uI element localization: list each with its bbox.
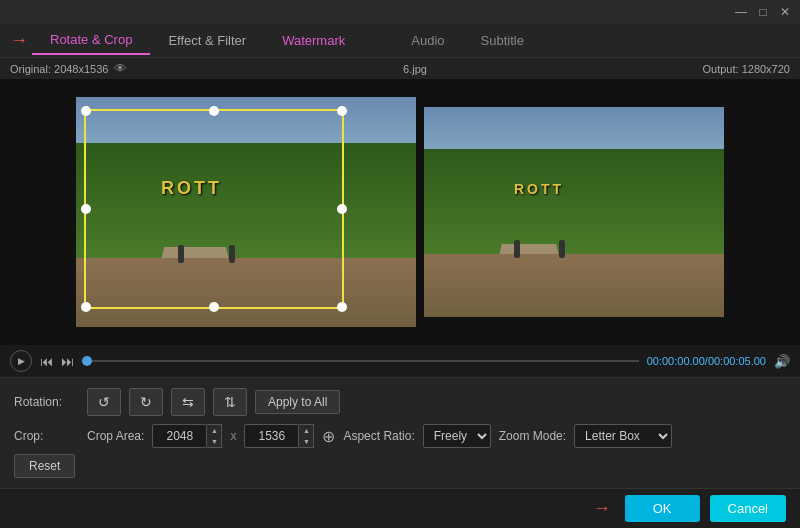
aspect-ratio-select[interactable]: Freely 16:9 4:3 1:1 [423,424,491,448]
info-bar: Original: 2048x1536 👁 6.jpg Output: 1280… [0,58,800,79]
flip-vertical-button[interactable]: ⇅ [213,388,247,416]
progress-dot[interactable] [82,356,92,366]
right-preview: ROTT [424,107,724,317]
zoom-mode-label: Zoom Mode: [499,429,566,443]
width-decrement-button[interactable]: ▼ [207,436,221,447]
ok-arrow-indicator: → [593,498,611,519]
crop-crosshair-icon: ⊕ [322,427,335,446]
tab-arrow-indicator: → [10,30,28,51]
preview-area: Original: 2048x1536 👁 6.jpg Output: 1280… [0,58,800,377]
reset-button[interactable]: Reset [14,454,75,478]
zoom-mode-select[interactable]: Letter Box Pan & Scan Full [574,424,672,448]
rotate-ccw-button[interactable]: ↺ [87,388,121,416]
title-bar: — □ ✕ [0,0,800,24]
tab-audio[interactable]: Audio [393,27,462,54]
flip-horizontal-button[interactable]: ⇆ [171,388,205,416]
filename-label: 6.jpg [403,63,427,75]
height-input-group: ▲ ▼ [244,424,314,448]
volume-icon[interactable]: 🔊 [774,354,790,369]
aspect-ratio-label: Aspect Ratio: [343,429,414,443]
rotation-row: Rotation: ↺ ↻ ⇆ ⇅ Apply to All [14,388,786,416]
width-spin-buttons: ▲ ▼ [207,424,222,448]
time-display: 00:00:00.00/00:00:05.00 [647,355,766,367]
left-preview: ROTT [76,97,416,327]
source-video-frame: ROTT [76,97,416,327]
tab-rotate-crop[interactable]: Rotate & Crop [32,26,150,55]
controls-panel: Rotation: ↺ ↻ ⇆ ⇅ Apply to All Crop: Cro… [0,377,800,488]
original-size-label: Original: 2048x1536 [10,63,108,75]
bottom-bar: → OK Cancel [0,488,800,528]
crop-label: Crop: [14,429,79,443]
crop-height-input[interactable] [244,424,299,448]
output-video-frame: ROTT [424,107,724,317]
tab-bar: → Rotate & Crop Effect & Filter Watermar… [0,24,800,58]
dimension-separator: x [230,429,236,443]
maximize-button[interactable]: □ [756,5,770,19]
height-spin-buttons: ▲ ▼ [299,424,314,448]
crop-area-label: Crop Area: [87,429,144,443]
playback-bar: ▶ ⏮ ⏭ 00:00:00.00/00:00:05.00 🔊 [0,345,800,377]
width-increment-button[interactable]: ▲ [207,425,221,436]
rotate-cw-button[interactable]: ↻ [129,388,163,416]
prev-frame-icon[interactable]: ⏮ [40,354,53,369]
crop-row: Crop: Crop Area: ▲ ▼ x ▲ ▼ ⊕ Aspect Rati… [14,424,786,448]
main-content: Original: 2048x1536 👁 6.jpg Output: 1280… [0,58,800,528]
video-row: ROTT [0,79,800,345]
minimize-button[interactable]: — [734,5,748,19]
output-size-label: Output: 1280x720 [703,63,790,75]
progress-bar[interactable] [82,360,639,362]
crop-width-input[interactable] [152,424,207,448]
tab-watermark[interactable]: Watermark [264,27,363,54]
ok-button[interactable]: OK [625,495,700,522]
rotation-label: Rotation: [14,395,79,409]
width-input-group: ▲ ▼ [152,424,222,448]
tab-subtitle[interactable]: Subtitle [463,27,542,54]
eye-icon[interactable]: 👁 [114,61,127,76]
close-button[interactable]: ✕ [778,5,792,19]
play-button[interactable]: ▶ [10,350,32,372]
next-frame-icon[interactable]: ⏭ [61,354,74,369]
cancel-button[interactable]: Cancel [710,495,786,522]
height-increment-button[interactable]: ▲ [299,425,313,436]
height-decrement-button[interactable]: ▼ [299,436,313,447]
apply-to-all-button[interactable]: Apply to All [255,390,340,414]
tab-effect-filter[interactable]: Effect & Filter [150,27,264,54]
